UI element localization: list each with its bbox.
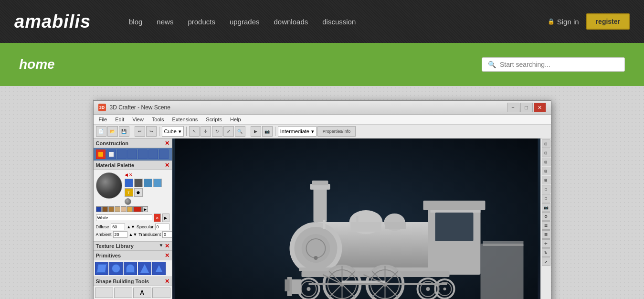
rp-btn-3[interactable]: ⊞ <box>542 158 550 166</box>
material-palette-close[interactable]: ✕ <box>165 162 169 169</box>
toolbar-redo[interactable]: ↪ <box>146 126 157 137</box>
nav-upgrades[interactable]: upgrades <box>230 18 260 26</box>
rp-btn-10[interactable]: ☰ <box>542 221 550 230</box>
toolbar-render[interactable]: ▶ <box>251 126 261 137</box>
menu-scripts[interactable]: Scripts <box>203 116 225 123</box>
mat-btn-5[interactable]: T <box>125 188 133 197</box>
toolbar-zoom[interactable]: 🔍 <box>235 126 245 137</box>
texture-library-close[interactable]: ✕ <box>165 243 169 249</box>
toolbar-open[interactable]: 📂 <box>107 126 118 137</box>
swatch-orange[interactable] <box>127 206 133 212</box>
mat-nav-prev[interactable]: ◀ <box>125 172 128 177</box>
nav-discussion[interactable]: discussion <box>322 18 356 26</box>
con-btn-1[interactable] <box>96 150 106 159</box>
rp-btn-14[interactable]: ⤢ <box>542 257 550 266</box>
mat-btn-2[interactable] <box>134 179 143 187</box>
close-button[interactable]: ✕ <box>534 103 546 112</box>
3d-viewport[interactable] <box>172 139 540 299</box>
toolbar-mode-dropdown[interactable]: Intermediate ▾ <box>278 126 317 137</box>
con-btn-5[interactable] <box>138 150 148 159</box>
con-btn-3[interactable] <box>117 150 127 159</box>
texture-expand-icon[interactable]: ▼ <box>159 243 164 249</box>
color-name-input[interactable] <box>96 214 152 221</box>
rp-btn-6[interactable]: □ <box>542 185 550 193</box>
mat-extra-btn2[interactable]: ▶ <box>162 214 169 222</box>
toolbar-save[interactable]: 💾 <box>119 126 129 137</box>
sb-btn-2[interactable] <box>114 288 132 298</box>
mode-dropdown-chevron-icon: ▾ <box>311 128 314 135</box>
rp-btn-7[interactable]: □ <box>542 194 550 203</box>
swatch-blue[interactable] <box>96 206 102 212</box>
mat-btn-3[interactable] <box>144 179 152 187</box>
swatch-brown2[interactable] <box>108 206 114 212</box>
specular-input[interactable] <box>155 224 169 230</box>
rp-btn-12[interactable]: ✛ <box>542 239 550 248</box>
primitives-close[interactable]: ✕ <box>165 252 169 259</box>
mat-btn-6[interactable]: ⬟ <box>134 188 143 197</box>
register-button[interactable]: register <box>586 13 630 30</box>
nav-news[interactable]: news <box>157 18 173 26</box>
material-fields: Diffuse ▲▼ Specular Ambient ▲▼ Transluce… <box>96 224 169 238</box>
swatch-brown1[interactable] <box>102 206 108 212</box>
toolbar-scale[interactable]: ⤢ <box>223 126 234 137</box>
menu-tools[interactable]: Tools <box>149 116 167 123</box>
construction-close[interactable]: ✕ <box>165 140 169 147</box>
ambient-stepper[interactable]: ▲▼ <box>129 232 137 237</box>
mat-nav-next[interactable]: ✕ <box>129 172 133 177</box>
prim-cylinder[interactable] <box>124 262 137 275</box>
con-btn-2[interactable] <box>106 150 116 159</box>
translucent-label: Translucent <box>138 232 161 237</box>
swatch-red-btn[interactable] <box>133 206 142 212</box>
menu-view[interactable]: View <box>129 116 147 123</box>
rp-btn-13[interactable]: ↻ <box>542 248 550 257</box>
shape-build-close[interactable]: ✕ <box>165 278 169 285</box>
rp-btn-1[interactable]: ⊞ <box>542 139 550 148</box>
con-btn-6[interactable] <box>148 150 158 159</box>
mat-btn-1[interactable] <box>125 179 133 187</box>
sb-btn-text[interactable]: A <box>133 288 151 298</box>
toolbar-properties[interactable]: Properties/Info <box>317 126 356 137</box>
sign-in-button[interactable]: 🔒 Sign in <box>548 18 579 26</box>
menu-edit[interactable]: Edit <box>112 116 127 123</box>
con-btn-4[interactable] <box>127 150 137 159</box>
rp-btn-9[interactable]: ⚙ <box>542 212 550 221</box>
rp-btn-8[interactable]: 📷 <box>542 203 550 212</box>
diffuse-stepper[interactable]: ▲▼ <box>127 224 135 229</box>
toolbar-camera[interactable]: 📷 <box>262 126 273 137</box>
swatch-arrow[interactable]: ▶ <box>142 206 148 212</box>
ambient-input[interactable] <box>113 231 127 238</box>
rp-btn-5[interactable]: ⊞ <box>542 176 550 184</box>
swatch-tan2[interactable] <box>121 206 127 212</box>
nav-products[interactable]: products <box>188 18 215 26</box>
search-input[interactable] <box>500 61 619 68</box>
toolbar-move[interactable]: ✛ <box>201 126 211 137</box>
minimize-button[interactable]: − <box>507 103 519 112</box>
prim-sphere[interactable] <box>109 262 123 275</box>
menu-help[interactable]: Help <box>227 116 244 123</box>
nav-downloads[interactable]: downloads <box>274 18 308 26</box>
mat-extra-btn1[interactable]: ✕ <box>154 214 161 222</box>
rp-btn-11[interactable]: ☰ <box>542 230 550 239</box>
prim-cube[interactable] <box>95 262 108 275</box>
mat-btn-4[interactable] <box>153 179 162 187</box>
translucent-input[interactable] <box>162 231 172 238</box>
toolbar-shape-dropdown[interactable]: Cube ▾ <box>162 126 184 137</box>
toolbar-new[interactable]: 📄 <box>96 126 106 137</box>
rp-btn-4[interactable]: ⊟ <box>542 167 550 175</box>
diffuse-input[interactable] <box>111 224 125 230</box>
sb-btn-4[interactable] <box>152 288 170 298</box>
nav-blog[interactable]: blog <box>129 18 142 26</box>
sb-btn-1[interactable] <box>95 288 113 298</box>
rp-btn-2[interactable]: ⊟ <box>542 149 550 157</box>
toolbar-select[interactable]: ↖ <box>189 126 200 137</box>
prim-cone[interactable] <box>138 262 151 275</box>
toolbar-rotate[interactable]: ↻ <box>212 126 222 137</box>
menu-extensions[interactable]: Extensions <box>169 116 201 123</box>
prim-pyramid[interactable] <box>152 262 166 275</box>
app-icon: 3D <box>98 104 106 111</box>
menu-file[interactable]: File <box>96 116 110 123</box>
maximize-button[interactable]: □ <box>520 103 533 112</box>
toolbar-undo[interactable]: ↩ <box>135 126 145 137</box>
swatch-tan[interactable] <box>115 206 120 212</box>
con-btn-7[interactable] <box>159 150 169 159</box>
